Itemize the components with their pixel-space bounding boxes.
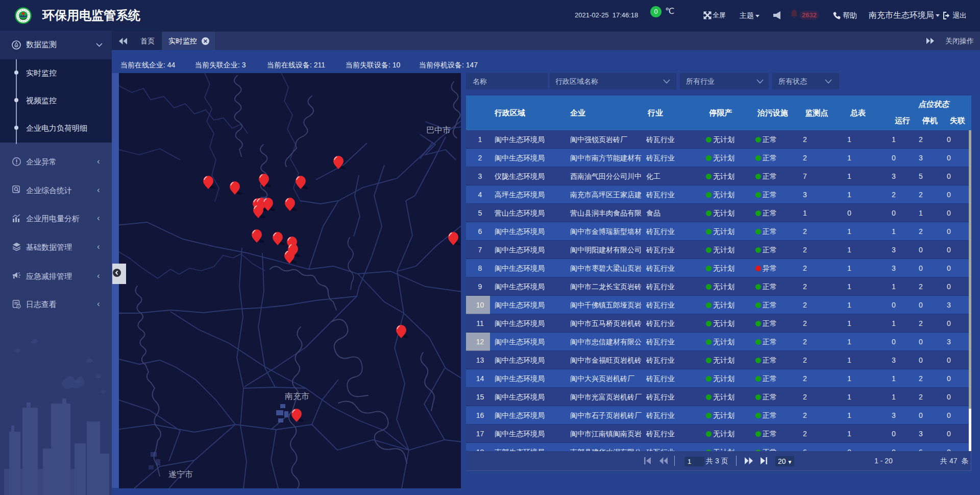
- svg-text:遂宁市: 遂宁市: [168, 470, 193, 479]
- svg-text:巴中市: 巴中市: [426, 126, 451, 134]
- svg-text:南充市: 南充市: [285, 392, 309, 400]
